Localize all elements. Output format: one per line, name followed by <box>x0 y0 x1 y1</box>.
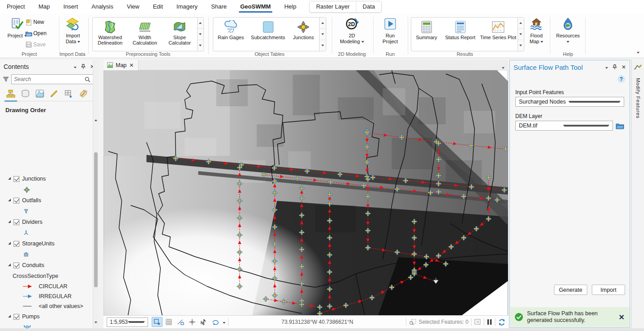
pin-icon[interactable] <box>81 64 86 69</box>
layer-label[interactable]: Outfalls <box>22 197 41 204</box>
junctions-symbol[interactable] <box>0 184 92 195</box>
help-icon[interactable]: ? <box>617 75 625 83</box>
import-button[interactable]: Import <box>592 285 625 295</box>
crosshair-button[interactable] <box>187 317 198 327</box>
scroll-up-icon[interactable] <box>95 116 97 122</box>
scroll-down-icon[interactable] <box>95 318 97 325</box>
selected-features-icon[interactable] <box>409 319 416 325</box>
tab-imagery[interactable]: Imagery <box>170 0 204 14</box>
object-tables-gallery-scroll[interactable] <box>319 18 326 51</box>
resources-button[interactable]: Resources <box>554 16 582 45</box>
pumps-checkbox[interactable] <box>14 314 19 320</box>
contents-scrollbar[interactable] <box>93 60 99 328</box>
expander-icon[interactable] <box>8 177 11 180</box>
summary-button[interactable]: Summary <box>411 18 441 51</box>
list-by-selection-icon[interactable] <box>36 89 44 99</box>
map-tab-label[interactable]: Map <box>116 62 126 68</box>
filter-icon[interactable] <box>3 76 9 82</box>
layer-conduits[interactable]: Conduits <box>0 260 92 271</box>
tab-edit[interactable]: Edit <box>146 0 170 14</box>
preprocessing-gallery-scroll[interactable] <box>197 18 203 51</box>
scroll-down-icon[interactable] <box>320 29 326 40</box>
generate-button[interactable]: Generate <box>554 285 587 295</box>
gallery-expand-icon[interactable] <box>518 40 524 51</box>
scroll-up-icon[interactable] <box>518 18 524 29</box>
layer-label[interactable]: Conduits <box>22 262 44 268</box>
scroll-down-icon[interactable] <box>518 29 524 40</box>
new-button[interactable]: New <box>24 17 57 27</box>
ribbon-collapse-icon[interactable] <box>637 49 639 55</box>
legend-irregular[interactable]: IRREGULAR <box>0 291 92 301</box>
pause-drawing-icon[interactable] <box>487 319 492 325</box>
map-canvas[interactable] <box>104 70 508 315</box>
tab-map[interactable]: Map <box>32 0 56 14</box>
layer-label[interactable]: Dividers <box>22 219 42 225</box>
gallery-expand-icon[interactable] <box>198 40 203 51</box>
layer-storageunits[interactable]: StorageUnits <box>0 238 92 249</box>
expander-icon[interactable] <box>8 263 11 266</box>
gallery-expand-icon[interactable] <box>320 40 326 51</box>
panel-menu-chevron-icon[interactable] <box>74 63 77 70</box>
panel-menu-chevron-icon[interactable] <box>605 64 608 70</box>
scroll-up-icon[interactable] <box>320 18 326 29</box>
layer-junctions[interactable]: Junctions <box>0 173 92 184</box>
layer-outfalls[interactable]: Outfalls <box>0 195 92 206</box>
outfalls-checkbox[interactable] <box>14 198 19 204</box>
run-project-button[interactable]: RunProject <box>376 16 405 45</box>
tab-list-chevron-icon[interactable] <box>502 64 504 70</box>
list-by-snapping-icon[interactable] <box>64 89 73 99</box>
conduits-checkbox[interactable] <box>14 263 19 268</box>
selection-box-icon[interactable] <box>474 319 481 325</box>
expander-icon[interactable] <box>8 199 11 201</box>
layer-dividers[interactable]: Dividers <box>0 217 92 227</box>
status-report-button[interactable]: Status Report <box>441 18 478 51</box>
list-by-editing-icon[interactable] <box>50 89 59 99</box>
add-feature-button[interactable] <box>152 317 162 327</box>
modify-features-tab[interactable]: Modify Features <box>635 78 641 118</box>
layer-label[interactable]: Junctions <box>22 176 46 182</box>
flood-map-button[interactable]: FloodMap <box>525 16 548 45</box>
tab-geoswmm[interactable]: GeoSWMM <box>234 0 278 14</box>
scroll-up-icon[interactable] <box>198 18 203 29</box>
slope-calculator-button[interactable]: Slope Calculator <box>162 18 197 51</box>
expander-icon[interactable] <box>8 242 11 245</box>
tab-data[interactable]: Data <box>356 1 381 13</box>
dividers-symbol[interactable] <box>0 227 92 238</box>
tab-view[interactable]: View <box>120 0 146 14</box>
rain-gages-button[interactable]: Rain Gages <box>213 18 248 51</box>
junctions-checkbox[interactable] <box>14 176 19 182</box>
tab-raster-layer[interactable]: Raster Layer <box>310 1 356 13</box>
search-icon[interactable] <box>85 77 90 82</box>
rotate-button[interactable] <box>210 317 221 327</box>
dem-layer-combobox[interactable]: DEM.tif <box>515 121 613 131</box>
time-series-plot-button[interactable]: Time Series Plot <box>479 18 518 51</box>
tab-project[interactable]: Project <box>0 0 32 14</box>
layer-label[interactable]: StorageUnits <box>22 240 54 247</box>
status-more-chevron-icon[interactable] <box>223 319 225 325</box>
north-arrow-button[interactable] <box>198 317 209 327</box>
legend-circular[interactable]: CIRCULAR <box>0 281 92 291</box>
tab-share[interactable]: Share <box>204 0 234 14</box>
layer-label[interactable]: Pumps <box>22 313 40 320</box>
legend-other-values[interactable]: <all other values> <box>0 301 92 311</box>
search-input[interactable] <box>14 76 85 82</box>
storageunits-checkbox[interactable] <box>14 241 19 247</box>
subcatchments-button[interactable]: Subcatchments <box>248 18 288 51</box>
tab-insert[interactable]: Insert <box>57 0 85 14</box>
dividers-checkbox[interactable] <box>14 219 19 225</box>
browse-folder-icon[interactable] <box>616 122 624 129</box>
expander-icon[interactable] <box>8 220 11 223</box>
refresh-icon[interactable] <box>498 319 505 326</box>
scroll-down-icon[interactable] <box>198 29 203 40</box>
save-button[interactable]: Save <box>24 40 57 50</box>
snapping-button[interactable] <box>175 317 186 327</box>
toast-close-icon[interactable]: ✕ <box>619 313 625 322</box>
width-calculation-button[interactable]: WidthCalculation <box>127 18 162 51</box>
map-document-tab[interactable]: Map ✕ <box>104 60 139 70</box>
list-by-labeling-icon[interactable] <box>79 89 88 99</box>
outfalls-symbol[interactable] <box>0 206 92 217</box>
scale-combobox[interactable]: 1:5,953 <box>107 317 148 327</box>
grid-button[interactable] <box>163 317 174 327</box>
storageunits-symbol[interactable] <box>0 249 92 260</box>
import-data-button[interactable]: ImportData <box>59 16 87 45</box>
